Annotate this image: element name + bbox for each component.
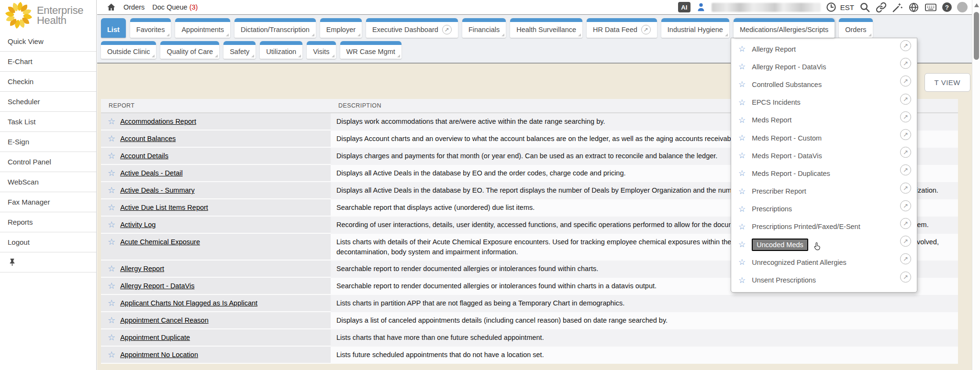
open-new-window-icon[interactable]: ↗	[900, 200, 911, 211]
tab[interactable]: Outside Clinic	[101, 41, 156, 59]
tab[interactable]: Executive Dashboard ↗	[366, 18, 458, 38]
link-icon[interactable]	[876, 2, 887, 13]
favorite-star-icon[interactable]: ☆	[738, 186, 746, 196]
menu-item[interactable]: ☆ EPCS Incidents ↗	[731, 94, 917, 111]
sidebar-item[interactable]: Scheduler	[0, 92, 96, 112]
sidebar-pin-row[interactable]	[0, 252, 96, 272]
report-link[interactable]: Applicant Charts Not Flagged as Is Appli…	[120, 298, 257, 308]
open-new-window-icon[interactable]: ↗	[900, 183, 911, 194]
menu-item[interactable]: ☆ Meds Report - DataVis ↗	[731, 147, 917, 164]
menu-item[interactable]: ☆ Meds Report ↗	[731, 111, 917, 129]
favorite-star-icon[interactable]: ☆	[738, 239, 746, 250]
open-new-window-icon[interactable]: ↗	[900, 129, 911, 140]
favorite-star-icon[interactable]: ☆	[108, 168, 115, 178]
favorite-star-icon[interactable]: ☆	[738, 115, 746, 125]
favorite-star-icon[interactable]: ☆	[108, 350, 115, 359]
tab[interactable]: Health Surveillance	[510, 18, 582, 38]
sidebar-item[interactable]: Logout	[0, 232, 96, 252]
favorite-star-icon[interactable]: ☆	[738, 98, 746, 108]
menu-item[interactable]: ☆ Allergy Report ↗	[731, 40, 917, 58]
report-link[interactable]: Allergy Report	[120, 264, 164, 273]
tab[interactable]: WR Case Mgmt	[340, 41, 401, 59]
favorite-star-icon[interactable]: ☆	[108, 264, 115, 273]
user-icon[interactable]	[696, 2, 706, 12]
menu-item[interactable]: ☆ Prescriptions ↗	[731, 200, 917, 218]
menu-item[interactable]: ☆ Unsent Prescriptions ↗	[731, 271, 917, 289]
favorite-star-icon[interactable]: ☆	[108, 117, 115, 126]
tab[interactable]: Industrial Hygiene	[661, 18, 729, 38]
open-new-window-icon[interactable]: ↗	[900, 272, 911, 283]
favorite-star-icon[interactable]: ☆	[738, 151, 746, 161]
favorite-star-icon[interactable]: ☆	[108, 333, 115, 342]
report-link[interactable]: Allergy Report - DataVis	[120, 281, 194, 291]
report-link[interactable]: Appointment Cancel Reason	[120, 316, 209, 325]
tab[interactable]: HR Data Feed ↗	[587, 18, 657, 38]
breadcrumb-doc-queue[interactable]: Doc Queue (3)	[152, 3, 198, 11]
menu-item[interactable]: ☆ Controlled Substances ↗	[731, 76, 917, 93]
tab[interactable]: Appointments	[175, 18, 230, 38]
open-new-window-icon[interactable]: ↗	[900, 58, 911, 69]
favorite-star-icon[interactable]: ☆	[738, 257, 746, 267]
favorite-star-icon[interactable]: ☆	[738, 133, 746, 143]
clock-icon[interactable]	[826, 2, 836, 12]
ai-badge[interactable]: AI	[678, 2, 690, 12]
avatar[interactable]	[957, 2, 968, 12]
sidebar-item[interactable]: Quick View	[0, 32, 96, 52]
tab[interactable]: Favorites	[130, 18, 171, 38]
menu-item[interactable]: ☆ Prescriber Report ↗	[731, 183, 917, 200]
menu-item[interactable]: ☆ Unrecognized Patient Allergies ↗	[731, 253, 917, 271]
favorite-star-icon[interactable]: ☆	[738, 168, 746, 178]
tab[interactable]: Safety	[223, 41, 256, 59]
report-link[interactable]: Active Deals - Summary	[120, 185, 195, 195]
tab[interactable]: Medications/Allergies/Scripts	[734, 18, 835, 38]
help-icon[interactable]: ?	[942, 2, 952, 12]
open-new-window-icon[interactable]: ↗	[641, 25, 651, 34]
sidebar-item[interactable]: Checkin	[0, 72, 96, 92]
report-link[interactable]: Account Details	[120, 151, 168, 161]
sidebar-item[interactable]: Control Panel	[0, 152, 96, 172]
view-button[interactable]: T VIEW	[924, 73, 970, 92]
favorite-star-icon[interactable]: ☆	[108, 134, 115, 143]
favorite-star-icon[interactable]: ☆	[738, 62, 746, 72]
scroll-up-arrow-icon[interactable]	[974, 3, 979, 7]
scrollbar-thumb[interactable]	[974, 12, 979, 60]
open-new-window-icon[interactable]: ↗	[900, 76, 911, 87]
tab[interactable]: Quality of Care	[160, 41, 219, 59]
sidebar-item[interactable]: Task List	[0, 112, 96, 132]
menu-item[interactable]: ☆ Prescriptions Printed/Faxed/E-Sent ↗	[731, 218, 917, 236]
tab[interactable]: Orders	[839, 18, 872, 38]
vertical-scrollbar[interactable]	[972, 0, 980, 370]
favorite-star-icon[interactable]: ☆	[108, 237, 115, 247]
home-icon[interactable]	[107, 3, 116, 11]
tab[interactable]: Employer	[320, 18, 362, 38]
favorite-star-icon[interactable]: ☆	[738, 204, 746, 214]
sidebar-item[interactable]: Fax Manager	[0, 192, 96, 212]
tab[interactable]: List	[101, 18, 126, 38]
report-link[interactable]: Active Due List Items Report	[120, 203, 208, 212]
open-new-window-icon[interactable]: ↗	[900, 164, 911, 175]
breadcrumb-orders[interactable]: Orders	[123, 3, 145, 11]
report-link[interactable]: Appointment No Location	[120, 350, 198, 359]
open-new-window-icon[interactable]: ↗	[442, 25, 452, 34]
report-link[interactable]: Account Balances	[120, 134, 176, 143]
menu-item[interactable]: ☆ Meds Report - Duplicates ↗	[731, 164, 917, 182]
favorite-star-icon[interactable]: ☆	[108, 151, 115, 161]
tab[interactable]: Dictation/Transcription	[234, 18, 316, 38]
open-new-window-icon[interactable]: ↗	[900, 253, 911, 264]
wand-icon[interactable]	[892, 2, 903, 13]
favorite-star-icon[interactable]: ☆	[738, 275, 746, 285]
menu-item[interactable]: ☆ Allergy Report - DataVis ↗	[731, 58, 917, 76]
sidebar-item[interactable]: WebScan	[0, 172, 96, 192]
report-link[interactable]: Active Deals - Detail	[120, 168, 183, 178]
open-new-window-icon[interactable]: ↗	[900, 111, 911, 122]
favorite-star-icon[interactable]: ☆	[108, 203, 115, 212]
search-icon[interactable]	[859, 2, 870, 13]
sidebar-item[interactable]: E-Chart	[0, 52, 96, 72]
favorite-star-icon[interactable]: ☆	[738, 79, 746, 89]
report-link[interactable]: Appointment Duplicate	[120, 333, 190, 342]
open-new-window-icon[interactable]: ↗	[900, 218, 911, 229]
favorite-star-icon[interactable]: ☆	[108, 220, 115, 229]
report-link[interactable]: Activity Log	[120, 220, 156, 229]
open-new-window-icon[interactable]: ↗	[900, 147, 911, 158]
keyboard-icon[interactable]	[924, 2, 937, 12]
